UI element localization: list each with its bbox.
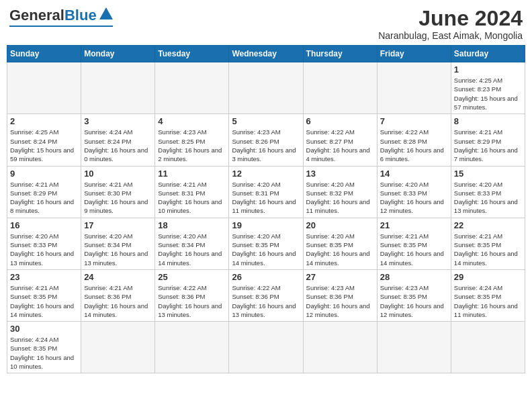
day-info: Sunrise: 4:21 AM Sunset: 8:30 PM Dayligh… [84,180,152,216]
day-info: Sunrise: 4:22 AM Sunset: 8:36 PM Dayligh… [158,283,226,319]
day-number: 27 [306,272,374,282]
day-info: Sunrise: 4:22 AM Sunset: 8:36 PM Dayligh… [232,283,300,319]
table-row: 14Sunrise: 4:20 AM Sunset: 8:33 PM Dayli… [377,166,451,218]
table-row: 26Sunrise: 4:22 AM Sunset: 8:36 PM Dayli… [229,269,303,321]
table-row [451,322,525,373]
day-number: 8 [454,116,522,126]
day-number: 1 [454,64,522,75]
table-row: 22Sunrise: 4:21 AM Sunset: 8:35 PM Dayli… [451,218,525,269]
table-row: 30Sunrise: 4:24 AM Sunset: 8:35 PM Dayli… [7,322,81,373]
title-block: June 2024 Naranbulag, East Aimak, Mongol… [378,7,523,41]
table-row: 16Sunrise: 4:20 AM Sunset: 8:33 PM Dayli… [7,218,81,269]
table-row: 21Sunrise: 4:21 AM Sunset: 8:35 PM Dayli… [377,218,451,269]
table-row: 7Sunrise: 4:22 AM Sunset: 8:28 PM Daylig… [377,114,451,166]
day-info: Sunrise: 4:25 AM Sunset: 8:24 PM Dayligh… [10,128,78,163]
table-row: 2Sunrise: 4:25 AM Sunset: 8:24 PM Daylig… [7,114,81,166]
calendar-week-1: 1Sunrise: 4:25 AM Sunset: 8:23 PM Daylig… [7,62,525,114]
day-number: 11 [158,169,226,179]
calendar-week-4: 16Sunrise: 4:20 AM Sunset: 8:33 PM Dayli… [7,218,525,269]
day-info: Sunrise: 4:20 AM Sunset: 8:33 PM Dayligh… [10,232,78,267]
table-row: 23Sunrise: 4:21 AM Sunset: 8:35 PM Dayli… [7,269,81,321]
day-info: Sunrise: 4:20 AM Sunset: 8:34 PM Dayligh… [84,232,152,267]
header-wednesday: Wednesday [229,46,303,62]
logo-underline [9,26,113,27]
day-number: 2 [10,116,78,126]
day-info: Sunrise: 4:21 AM Sunset: 8:35 PM Dayligh… [454,232,522,267]
day-info: Sunrise: 4:22 AM Sunset: 8:28 PM Dayligh… [380,128,448,163]
day-number: 5 [232,116,300,126]
table-row [155,322,229,373]
day-info: Sunrise: 4:21 AM Sunset: 8:35 PM Dayligh… [10,283,78,319]
calendar-week-2: 2Sunrise: 4:25 AM Sunset: 8:24 PM Daylig… [7,114,525,166]
table-row: 10Sunrise: 4:21 AM Sunset: 8:30 PM Dayli… [81,166,155,218]
table-row [81,322,155,373]
day-number: 13 [306,169,374,179]
table-row: 4Sunrise: 4:23 AM Sunset: 8:25 PM Daylig… [155,114,229,166]
logo: General Blue [9,7,113,27]
location-subtitle: Naranbulag, East Aimak, Mongolia [378,30,523,41]
logo-icon [99,7,113,19]
day-number: 3 [84,116,152,126]
calendar-week-5: 23Sunrise: 4:21 AM Sunset: 8:35 PM Dayli… [7,269,525,321]
table-row [377,322,451,373]
day-number: 21 [380,220,448,230]
table-row: 29Sunrise: 4:24 AM Sunset: 8:35 PM Dayli… [451,269,525,321]
header-monday: Monday [81,46,155,62]
day-info: Sunrise: 4:21 AM Sunset: 8:29 PM Dayligh… [10,180,78,216]
day-number: 28 [380,272,448,282]
day-number: 4 [158,116,226,126]
day-number: 7 [380,116,448,126]
day-number: 26 [232,272,300,282]
day-number: 29 [454,272,522,282]
calendar-header-row: Sunday Monday Tuesday Wednesday Thursday… [7,46,525,62]
day-number: 20 [306,220,374,230]
day-info: Sunrise: 4:25 AM Sunset: 8:23 PM Dayligh… [454,76,522,111]
calendar-table: Sunday Monday Tuesday Wednesday Thursday… [7,45,525,373]
day-info: Sunrise: 4:20 AM Sunset: 8:31 PM Dayligh… [232,180,300,216]
header-friday: Friday [377,46,451,62]
day-info: Sunrise: 4:24 AM Sunset: 8:35 PM Dayligh… [10,335,78,371]
header-thursday: Thursday [303,46,377,62]
table-row: 17Sunrise: 4:20 AM Sunset: 8:34 PM Dayli… [81,218,155,269]
day-number: 18 [158,220,226,230]
day-info: Sunrise: 4:21 AM Sunset: 8:36 PM Dayligh… [84,283,152,319]
day-number: 17 [84,220,152,230]
day-number: 25 [158,272,226,282]
day-info: Sunrise: 4:21 AM Sunset: 8:35 PM Dayligh… [380,232,448,267]
table-row: 9Sunrise: 4:21 AM Sunset: 8:29 PM Daylig… [7,166,81,218]
day-number: 23 [10,272,78,282]
table-row: 24Sunrise: 4:21 AM Sunset: 8:36 PM Dayli… [81,269,155,321]
table-row [377,62,451,114]
header-tuesday: Tuesday [155,46,229,62]
day-info: Sunrise: 4:20 AM Sunset: 8:34 PM Dayligh… [158,232,226,267]
day-number: 22 [454,220,522,230]
day-info: Sunrise: 4:20 AM Sunset: 8:35 PM Dayligh… [232,232,300,267]
table-row [303,322,377,373]
day-number: 6 [306,116,374,126]
table-row: 19Sunrise: 4:20 AM Sunset: 8:35 PM Dayli… [229,218,303,269]
table-row: 15Sunrise: 4:20 AM Sunset: 8:33 PM Dayli… [451,166,525,218]
day-info: Sunrise: 4:23 AM Sunset: 8:25 PM Dayligh… [158,128,226,163]
table-row: 8Sunrise: 4:21 AM Sunset: 8:29 PM Daylig… [451,114,525,166]
page-header: General Blue June 2024 Naranbulag, East … [7,7,525,41]
table-row [155,62,229,114]
day-number: 12 [232,169,300,179]
table-row: 1Sunrise: 4:25 AM Sunset: 8:23 PM Daylig… [451,62,525,114]
table-row: 3Sunrise: 4:24 AM Sunset: 8:24 PM Daylig… [81,114,155,166]
day-number: 16 [10,220,78,230]
table-row [7,62,81,114]
logo-general-text: General [9,7,64,24]
calendar-week-3: 9Sunrise: 4:21 AM Sunset: 8:29 PM Daylig… [7,166,525,218]
day-info: Sunrise: 4:22 AM Sunset: 8:27 PM Dayligh… [306,128,374,163]
day-number: 10 [84,169,152,179]
header-saturday: Saturday [451,46,525,62]
day-info: Sunrise: 4:24 AM Sunset: 8:35 PM Dayligh… [454,283,522,319]
svg-marker-0 [99,7,113,19]
day-number: 15 [454,169,522,179]
table-row: 12Sunrise: 4:20 AM Sunset: 8:31 PM Dayli… [229,166,303,218]
day-number: 14 [380,169,448,179]
table-row [229,62,303,114]
day-info: Sunrise: 4:23 AM Sunset: 8:26 PM Dayligh… [232,128,300,163]
table-row: 18Sunrise: 4:20 AM Sunset: 8:34 PM Dayli… [155,218,229,269]
day-number: 19 [232,220,300,230]
